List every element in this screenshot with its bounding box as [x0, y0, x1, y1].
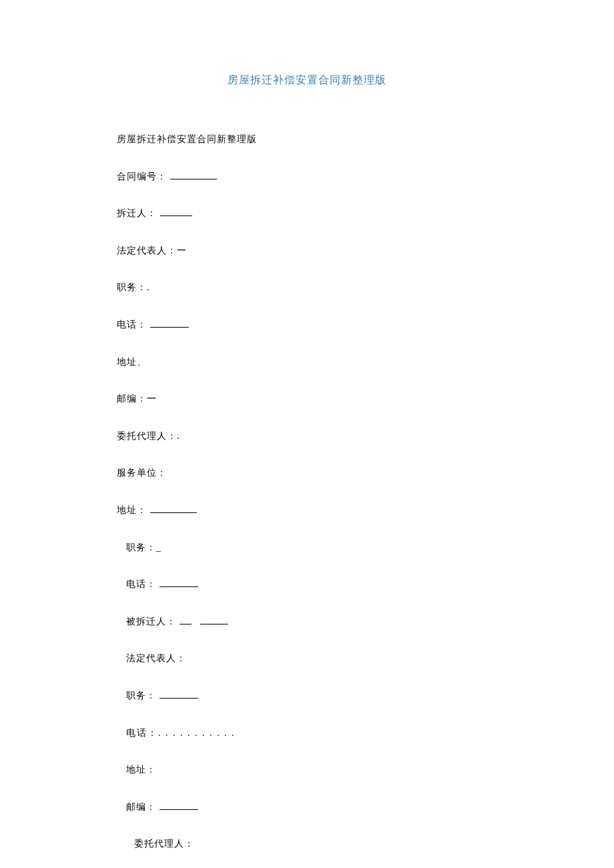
relocatee-blank1: [180, 618, 192, 624]
postcode-line: 邮编：一: [117, 392, 497, 406]
relocatee-blank2: [200, 618, 228, 624]
legal-rep-line: 法定代表人：一: [117, 244, 497, 258]
phone3-line: 电话：. . . . . . . . . . .: [117, 727, 497, 740]
agent-line: 委托代理人：.: [117, 430, 497, 443]
position-line: 职务：.: [117, 281, 497, 294]
contract-no-blank: [170, 173, 217, 179]
document-title: 房屋拆迁补偿安置合同新整理版: [117, 73, 497, 87]
position3-blank: [160, 695, 198, 699]
agent2-line: 委托代理人：: [117, 837, 497, 851]
service-unit-line: 服务单位：: [117, 466, 497, 480]
heading-line: 房屋拆迁补偿安置合同新整理版: [117, 133, 497, 146]
address2-label: 地址：: [117, 505, 147, 515]
relocator-label: 拆迁人：: [117, 208, 157, 218]
document-page: 房屋拆迁补偿安置合同新整理版 房屋拆迁补偿安置合同新整理版 合同编号： 拆迁人：…: [0, 0, 614, 868]
relocatee-line: 被拆迁人：: [117, 615, 497, 628]
contract-no-line: 合同编号：: [117, 170, 497, 183]
position3-label: 职务：: [126, 691, 156, 701]
phone2-label: 电话：: [126, 579, 156, 589]
position2-line: 职务：_: [117, 541, 497, 554]
position3-line: 职务：: [117, 689, 497, 703]
relocatee-label: 被拆迁人：: [126, 616, 176, 626]
phone2-line: 电话：: [117, 578, 497, 591]
postcode2-line: 邮编：: [117, 801, 497, 814]
contract-no-label: 合同编号：: [117, 171, 167, 181]
relocatee-gap: [194, 616, 198, 626]
phone-blank: [150, 324, 189, 328]
postcode2-blank: [160, 807, 198, 810]
postcode2-label: 邮编：: [126, 802, 156, 812]
address3-line: 地址：: [117, 763, 497, 777]
phone2-blank: [160, 584, 198, 588]
legal-rep2-line: 法定代表人：: [117, 652, 497, 665]
relocator-line: 拆迁人：: [117, 207, 497, 220]
phone-label: 电话：: [117, 320, 147, 330]
address2-line: 地址：: [117, 504, 497, 517]
phone-line: 电话：: [117, 318, 497, 332]
address-line: 地址、: [117, 356, 497, 369]
relocator-blank: [160, 213, 192, 217]
address2-blank: [150, 506, 197, 513]
